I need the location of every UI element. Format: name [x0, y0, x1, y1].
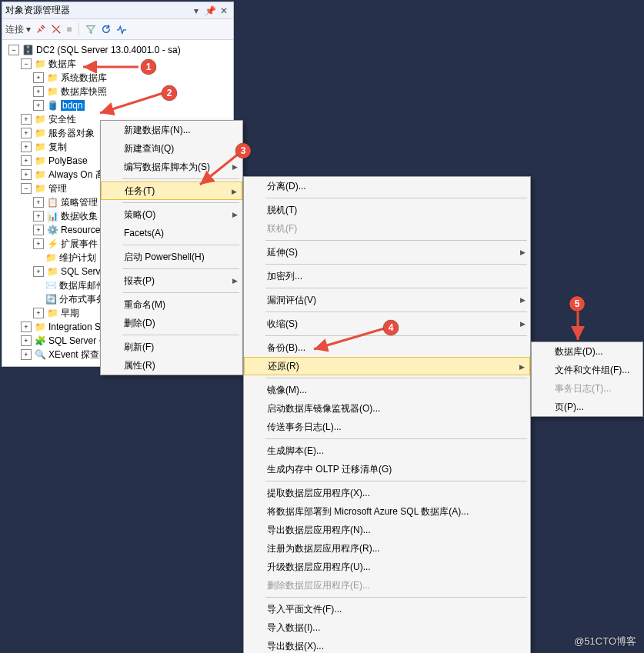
- restore-page[interactable]: 页(P)...: [532, 398, 642, 416]
- menu-script-as[interactable]: 编写数据库脚本为(S): [101, 158, 242, 176]
- menu-rename[interactable]: 重命名(M): [101, 295, 242, 314]
- step-badge-3: 3: [235, 143, 251, 158]
- menu-separator: [265, 240, 527, 241]
- refresh-icon[interactable]: [101, 24, 112, 35]
- task-mirror[interactable]: 镜像(M)...: [244, 381, 530, 399]
- task-restore[interactable]: 还原(R): [244, 357, 530, 375]
- arrow-5: [566, 308, 589, 346]
- close-icon[interactable]: ✕: [218, 5, 230, 16]
- step-badge-1: 1: [141, 59, 156, 75]
- connect-button[interactable]: 连接 ▾: [5, 23, 31, 36]
- menu-separator: [265, 198, 527, 198]
- context-menu-database: 新建数据库(N)... 新建查询(Q) 编写数据库脚本为(S) 任务(T) 策略…: [100, 120, 243, 375]
- menu-separator: [122, 178, 239, 179]
- task-backup[interactable]: 备份(B)...: [244, 338, 530, 357]
- step-badge-5: 5: [569, 296, 585, 312]
- step-badge-2: 2: [162, 85, 177, 101]
- task-stretch[interactable]: 延伸(S): [244, 243, 530, 262]
- menu-separator: [265, 481, 527, 481]
- task-upgrade-dta[interactable]: 升级数据层应用程序(U)...: [244, 558, 530, 576]
- task-export-dta[interactable]: 导出数据层应用程序(N)...: [244, 521, 530, 539]
- restore-files-groups[interactable]: 文件和文件组(F)...: [532, 361, 642, 379]
- task-import-flat[interactable]: 导入平面文件(F)...: [244, 600, 530, 618]
- menu-new-query[interactable]: 新建查询(Q): [101, 139, 242, 158]
- task-deploy-azure[interactable]: 将数据库部署到 Microsoft Azure SQL 数据库(A)...: [244, 502, 530, 521]
- task-oltp-checklist[interactable]: 生成内存中 OLTP 迁移清单(G): [244, 460, 530, 478]
- panel-titlebar: 对象资源管理器 ▾ 📌 ✕: [2, 2, 233, 19]
- menu-tasks[interactable]: 任务(T): [101, 182, 242, 200]
- task-online: 联机(F): [244, 219, 530, 238]
- submenu-restore: 数据库(D)... 文件和文件组(F)... 事务日志(T)... 页(P)..…: [531, 341, 643, 417]
- pin-icon[interactable]: 📌: [204, 5, 216, 16]
- toolbar: 连接 ▾ ■: [2, 19, 233, 40]
- menu-policies[interactable]: 策略(O): [101, 205, 242, 224]
- watermark: @51CTO博客: [574, 635, 636, 648]
- menu-separator: [122, 268, 239, 269]
- task-extract-dta[interactable]: 提取数据层应用程序(X)...: [244, 484, 530, 502]
- restore-database[interactable]: 数据库(D)...: [532, 342, 642, 361]
- node-snapshots[interactable]: +📁数据库快照: [5, 85, 233, 98]
- menu-separator: [265, 288, 527, 288]
- menu-separator: [265, 312, 527, 312]
- stop-icon: ■: [66, 24, 72, 35]
- menu-separator: [265, 264, 527, 265]
- dropdown-icon[interactable]: ▾: [190, 5, 202, 16]
- disconnect-icon[interactable]: [51, 24, 62, 35]
- task-encrypt-columns[interactable]: 加密列...: [244, 267, 530, 285]
- node-bdqn[interactable]: +🛢️bdqn: [5, 98, 233, 112]
- task-import-data[interactable]: 导入数据(I)...: [244, 618, 530, 637]
- task-generate-scripts[interactable]: 生成脚本(E)...: [244, 441, 530, 460]
- menu-separator: [265, 378, 527, 378]
- task-register-dta[interactable]: 注册为数据层应用程序(R)...: [244, 539, 530, 558]
- step-badge-4: 4: [383, 320, 399, 335]
- task-detach[interactable]: 分离(D)...: [244, 177, 530, 195]
- menu-separator: [265, 597, 527, 598]
- submenu-tasks: 分离(D)... 脱机(T) 联机(F) 延伸(S) 加密列... 漏洞评估(V…: [243, 176, 531, 653]
- task-vulnerability[interactable]: 漏洞评估(V): [244, 291, 530, 309]
- menu-new-database[interactable]: 新建数据库(N)...: [101, 121, 242, 139]
- node-databases[interactable]: −📁数据库: [5, 57, 233, 71]
- menu-reports[interactable]: 报表(P): [101, 272, 242, 290]
- menu-powershell[interactable]: 启动 PowerShell(H): [101, 248, 242, 266]
- task-launch-mirror-monitor[interactable]: 启动数据库镜像监视器(O)...: [244, 399, 530, 418]
- task-offline[interactable]: 脱机(T): [244, 201, 530, 219]
- menu-facets[interactable]: Facets(A): [101, 224, 242, 242]
- menu-separator: [122, 245, 239, 245]
- task-export-data[interactable]: 导出数据(X)...: [244, 637, 530, 653]
- task-delete-dta: 删除数据层应用程序(E)...: [244, 576, 530, 595]
- menu-separator: [122, 202, 239, 203]
- task-ship-log[interactable]: 传送事务日志(L)...: [244, 418, 530, 436]
- menu-properties[interactable]: 属性(R): [101, 356, 242, 375]
- connect-plug-icon[interactable]: [35, 24, 46, 35]
- filter-icon[interactable]: [85, 24, 96, 35]
- menu-separator: [122, 292, 239, 293]
- panel-title-text: 对象资源管理器: [5, 4, 189, 17]
- activity-icon[interactable]: [116, 24, 127, 35]
- menu-refresh[interactable]: 刷新(F): [101, 338, 242, 356]
- node-server[interactable]: −🗄️DC2 (SQL Server 13.0.4001.0 - sa): [5, 43, 233, 57]
- node-sysdb[interactable]: +📁系统数据库: [5, 71, 233, 85]
- menu-delete[interactable]: 删除(D): [101, 314, 242, 332]
- menu-separator: [122, 335, 239, 335]
- menu-separator: [265, 438, 527, 439]
- menu-separator: [265, 335, 527, 336]
- restore-txlog: 事务日志(T)...: [532, 379, 642, 398]
